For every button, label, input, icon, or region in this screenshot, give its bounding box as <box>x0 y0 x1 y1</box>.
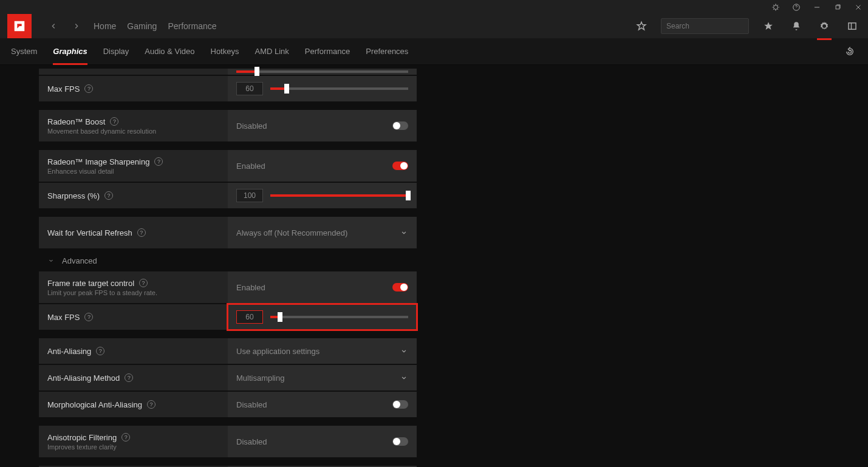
gear-icon[interactable] <box>816 18 833 35</box>
partial-row-top <box>39 69 417 75</box>
help-icon[interactable]: ? <box>125 373 133 382</box>
settings-tabs: System Graphics Display Audio & Video Ho… <box>0 38 868 65</box>
svg-rect-4 <box>849 23 856 30</box>
row-radeon-boost: Radeon™ Boost?Movement based dynamic res… <box>39 110 417 141</box>
advanced-section-toggle[interactable]: Advanced <box>39 250 417 271</box>
label: Max FPS <box>47 313 80 322</box>
sharpening-toggle[interactable] <box>392 162 408 170</box>
top-nav: Home Gaming Performance <box>0 14 868 38</box>
restore-button[interactable] <box>832 1 844 13</box>
panel-icon[interactable] <box>844 18 861 35</box>
nav-gaming[interactable]: Gaming <box>127 21 157 31</box>
max-fps-slider[interactable] <box>270 87 408 90</box>
frtc-toggle[interactable] <box>392 283 408 291</box>
vsync-dropdown[interactable]: Always off (Not Recommended) <box>228 217 417 248</box>
minimize-button[interactable] <box>811 1 823 13</box>
status-text: Disabled <box>236 121 392 131</box>
help-icon[interactable]: ? <box>121 433 130 441</box>
label: Morphological Anti-Aliasing <box>47 400 142 409</box>
slider[interactable] <box>236 70 408 73</box>
row-sharpness: Sharpness (%)? 100 <box>39 183 417 208</box>
row-frame-rate-target: Frame rate target control?Limit your pea… <box>39 271 417 303</box>
row-anisotropic-filtering: Anisotropic Filtering?Improves texture c… <box>39 426 417 457</box>
help-icon[interactable] <box>790 1 802 13</box>
help-icon[interactable]: ? <box>84 84 93 93</box>
back-button[interactable] <box>47 20 60 32</box>
label: Anisotropic Filtering <box>47 433 117 442</box>
status-text: Disabled <box>236 437 392 446</box>
nav-performance[interactable]: Performance <box>168 21 216 31</box>
aniso-toggle[interactable] <box>392 437 408 446</box>
sharpness-value[interactable]: 100 <box>236 189 263 202</box>
chevron-down-icon <box>400 373 408 382</box>
bug-icon[interactable] <box>770 1 782 13</box>
status-text: Enabled <box>236 283 392 292</box>
chevron-down-icon <box>400 228 408 237</box>
max-fps-slider[interactable] <box>270 316 408 318</box>
row-vertical-refresh: Wait for Vertical Refresh? Always off (N… <box>39 217 417 248</box>
favorite-icon[interactable] <box>633 18 650 35</box>
status-text: Enabled <box>236 162 392 171</box>
desc: Movement based dynamic resolution <box>47 128 219 135</box>
label: Wait for Vertical Refresh <box>47 228 132 237</box>
desc: Enhances visual detail <box>47 168 219 175</box>
help-icon[interactable]: ? <box>154 157 163 166</box>
bell-icon[interactable] <box>788 18 805 35</box>
label: Frame rate target control <box>47 279 134 288</box>
nav-home[interactable]: Home <box>94 21 116 31</box>
label: Radeon™ Image Sharpening <box>47 157 149 166</box>
tab-graphics[interactable]: Graphics <box>53 38 87 65</box>
desc: Limit your peak FPS to a steady rate. <box>47 289 219 296</box>
svg-rect-2 <box>836 5 839 9</box>
star-icon[interactable] <box>760 18 777 35</box>
aa-method-dropdown[interactable]: Multisampling <box>228 365 417 390</box>
help-icon[interactable]: ? <box>96 347 104 355</box>
help-icon[interactable]: ? <box>84 313 93 321</box>
label: Sharpness (%) <box>47 191 100 200</box>
help-icon[interactable]: ? <box>110 117 118 126</box>
morphaa-toggle[interactable] <box>392 400 408 409</box>
row-anti-aliasing: Anti-Aliasing? Use application settings <box>39 338 417 364</box>
tab-system[interactable]: System <box>11 38 37 65</box>
search-input[interactable] <box>661 18 749 34</box>
row-aa-method: Anti-Aliasing Method? Multisampling <box>39 365 417 390</box>
help-icon[interactable]: ? <box>139 279 148 287</box>
reset-button[interactable] <box>842 44 857 59</box>
label: Anti-Aliasing <box>47 347 91 356</box>
boost-toggle[interactable] <box>392 121 408 130</box>
label: Radeon™ Boost <box>47 117 105 126</box>
window-titlebar <box>0 0 868 14</box>
tab-performance[interactable]: Performance <box>305 38 350 65</box>
forward-button[interactable] <box>70 20 83 32</box>
help-icon[interactable]: ? <box>104 191 113 200</box>
close-button[interactable] <box>852 1 864 13</box>
desc: Improves texture clarity <box>47 443 219 451</box>
chevron-down-icon <box>400 347 408 355</box>
status-text: Disabled <box>236 400 392 409</box>
max-fps-value[interactable]: 60 <box>236 310 263 324</box>
tab-audio-video[interactable]: Audio & Video <box>145 38 194 65</box>
tab-hotkeys[interactable]: Hotkeys <box>211 38 239 65</box>
row-morphological-aa: Morphological Anti-Aliasing? Disabled <box>39 392 417 417</box>
row-max-fps: Max FPS? 60 <box>39 76 417 101</box>
tab-display[interactable]: Display <box>103 38 129 65</box>
settings-content: Max FPS? 60 Radeon™ Boost?Movement based… <box>0 65 868 467</box>
sharpness-slider[interactable] <box>270 194 408 197</box>
chevron-down-icon <box>47 257 55 264</box>
help-icon[interactable]: ? <box>147 400 155 409</box>
row-image-sharpening: Radeon™ Image Sharpening?Enhances visual… <box>39 150 417 182</box>
row-max-fps-advanced: Max FPS? 60 <box>39 304 417 330</box>
amd-logo[interactable] <box>7 14 32 38</box>
tab-amd-link[interactable]: AMD Link <box>255 38 289 65</box>
search-field[interactable] <box>666 22 757 30</box>
label: Max FPS <box>47 84 80 94</box>
max-fps-value[interactable]: 60 <box>236 82 263 95</box>
aa-dropdown[interactable]: Use application settings <box>228 338 417 364</box>
label: Anti-Aliasing Method <box>47 373 120 383</box>
help-icon[interactable]: ? <box>137 228 146 237</box>
tab-preferences[interactable]: Preferences <box>366 38 408 65</box>
